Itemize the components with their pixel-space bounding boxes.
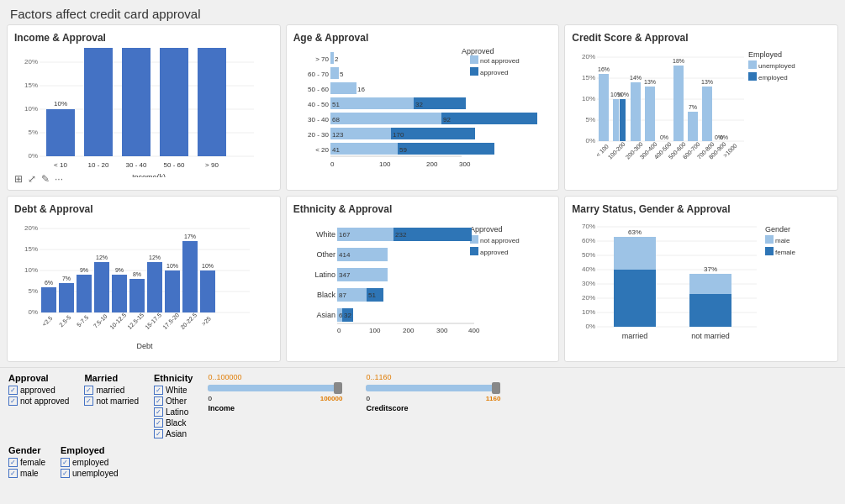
checkbox-other[interactable]: ✓ (154, 396, 163, 406)
label-unemployed: unemployed (72, 469, 118, 478)
label-white: White (166, 386, 187, 395)
svg-text:0%: 0% (28, 308, 38, 316)
checkbox-latino[interactable]: ✓ (154, 407, 163, 417)
svg-text:White: White (316, 230, 335, 239)
income-card: Income & Approval 20% 15% 10% 5% 0% 10% … (7, 24, 281, 191)
gender-filter: Gender ✓ female ✓ male (8, 445, 45, 480)
marry-title: Marry Status, Gender & Approval (572, 203, 831, 215)
svg-text:100: 100 (379, 160, 391, 168)
income-min: 0 (208, 395, 211, 402)
credit-card: Credit Score & Approval Employed unemplo… (564, 24, 838, 191)
credit-max: 1160 (486, 395, 501, 402)
svg-text:7%: 7% (689, 104, 697, 110)
filter-item-asian[interactable]: ✓ Asian (154, 429, 193, 438)
svg-text:10%: 10% (202, 263, 214, 269)
svg-text:15%: 15% (24, 81, 38, 89)
toolbar-more-icon[interactable]: ··· (55, 173, 63, 185)
checkbox-employed[interactable]: ✓ (61, 458, 70, 467)
svg-rect-46 (330, 113, 441, 124)
checkbox-unemployed[interactable]: ✓ (61, 469, 70, 478)
gender-filter-title: Gender (8, 445, 45, 455)
svg-text:200: 200 (426, 160, 438, 168)
svg-text:Asian: Asian (316, 311, 335, 319)
filter-item-not-married[interactable]: ✓ not married (84, 396, 139, 406)
svg-text:approved: approved (480, 69, 508, 76)
checkbox-female[interactable]: ✓ (8, 458, 18, 467)
svg-text:123: 123 (332, 131, 344, 139)
checkbox-approved[interactable]: ✓ (8, 386, 18, 395)
svg-text:50%: 50% (582, 251, 595, 259)
checkbox-black[interactable]: ✓ (154, 418, 163, 428)
filter-item-female[interactable]: ✓ female (8, 458, 45, 467)
svg-rect-66 (748, 60, 757, 69)
svg-rect-128 (77, 275, 92, 312)
filter-item-black[interactable]: ✓ Black (154, 418, 193, 428)
svg-rect-143 (165, 270, 180, 312)
income-slider-thumb[interactable] (334, 382, 342, 394)
svg-text:50 - 60: 50 - 60 (164, 161, 185, 169)
checkbox-married[interactable]: ✓ (84, 386, 93, 395)
filter-item-unemployed[interactable]: ✓ unemployed (61, 469, 118, 478)
checkbox-asian[interactable]: ✓ (154, 429, 163, 438)
filter-item-other[interactable]: ✓ Other (154, 396, 193, 406)
checkbox-male[interactable]: ✓ (8, 469, 18, 478)
ethnicity-filter: Ethnicity ✓ White ✓ Other ✓ Latino ✓ Bla… (154, 373, 193, 440)
toolbar-edit-icon[interactable]: ✎ (41, 173, 50, 185)
svg-rect-140 (147, 262, 162, 312)
svg-text:20%: 20% (582, 53, 595, 60)
ethnicity-filter-title: Ethnicity (154, 373, 193, 383)
svg-text:7%: 7% (62, 276, 71, 281)
filter-item-approved[interactable]: ✓ approved (8, 386, 69, 395)
credit-slider-thumb[interactable] (492, 382, 500, 394)
filter-item-white[interactable]: ✓ White (154, 386, 193, 395)
married-filter-title: Married (84, 373, 139, 383)
svg-text:51: 51 (368, 291, 376, 299)
checkbox-not-married[interactable]: ✓ (84, 396, 93, 406)
svg-rect-94 (688, 112, 698, 141)
svg-text:347: 347 (339, 271, 351, 279)
svg-text:63%: 63% (628, 228, 642, 236)
svg-rect-80 (599, 74, 609, 141)
checkbox-white[interactable]: ✓ (154, 386, 163, 395)
svg-text:Gender: Gender (765, 225, 790, 234)
svg-text:>25: >25 (201, 315, 212, 326)
svg-text:Latino: Latino (314, 270, 335, 279)
label-female: female (20, 458, 45, 467)
svg-text:5%: 5% (28, 287, 38, 295)
svg-rect-131 (94, 262, 109, 312)
svg-text:0%: 0% (720, 134, 728, 140)
marry-card: Marry Status, Gender & Approval Gender m… (564, 196, 838, 362)
svg-rect-19 (160, 48, 188, 156)
svg-text:17.5-20: 17.5-20 (161, 312, 180, 330)
svg-text:400: 400 (468, 327, 480, 334)
svg-rect-186 (765, 235, 774, 244)
svg-rect-92 (673, 66, 684, 141)
svg-text:8%: 8% (133, 271, 141, 277)
toolbar-expand-icon[interactable]: ⤢ (28, 173, 36, 185)
income-label: Income (208, 404, 351, 412)
filter-item-male[interactable]: ✓ male (8, 469, 45, 478)
svg-text:20-22.5: 20-22.5 (179, 312, 198, 330)
svg-text:13%: 13% (701, 79, 713, 85)
filter-item-not-approved[interactable]: ✓ not approved (8, 396, 69, 406)
approval-filter-title: Approval (8, 373, 69, 383)
checkbox-not-approved[interactable]: ✓ (8, 396, 18, 406)
svg-text:0%: 0% (660, 134, 668, 140)
filter-item-married[interactable]: ✓ married (84, 386, 139, 395)
age-chart: not approved approved Approved > 70 2 60… (293, 47, 537, 181)
income-slider-track[interactable] (208, 385, 342, 391)
svg-text:37%: 37% (704, 265, 717, 273)
svg-text:100: 100 (369, 327, 381, 334)
filter-item-latino[interactable]: ✓ Latino (154, 407, 193, 417)
svg-text:414: 414 (339, 251, 351, 259)
svg-text:87: 87 (339, 291, 346, 299)
toolbar-grid-icon[interactable]: ⊞ (14, 173, 23, 185)
svg-text:41: 41 (332, 146, 340, 154)
svg-text:40 - 50: 40 - 50 (308, 101, 329, 108)
income-max: 100000 (320, 395, 343, 402)
credit-slider-track[interactable] (366, 385, 500, 391)
filter-item-employed[interactable]: ✓ employed (61, 458, 118, 467)
svg-text:60 - 70: 60 - 70 (308, 71, 329, 78)
income-range-label: 0..100000 (208, 373, 351, 381)
svg-rect-122 (41, 287, 56, 312)
